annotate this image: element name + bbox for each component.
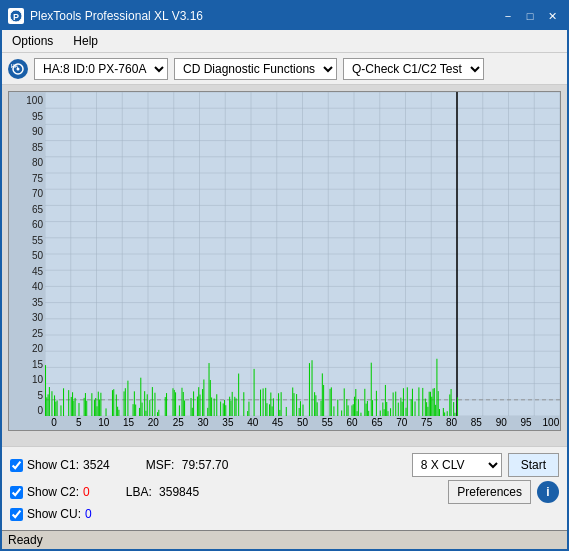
svg-rect-122 bbox=[216, 394, 217, 416]
x-label-50: 50 bbox=[293, 417, 311, 430]
prefs-controls: Preferences i bbox=[448, 480, 559, 504]
svg-rect-63 bbox=[72, 392, 73, 416]
svg-rect-155 bbox=[309, 363, 310, 416]
close-button[interactable]: ✕ bbox=[543, 8, 561, 24]
y-label-45: 45 bbox=[11, 267, 43, 277]
x-label-75: 75 bbox=[418, 417, 436, 430]
app-icon: P bbox=[8, 8, 24, 24]
x-label-30: 30 bbox=[194, 417, 212, 430]
svg-rect-91 bbox=[142, 403, 143, 416]
svg-rect-121 bbox=[214, 398, 215, 416]
cu-value: 0 bbox=[85, 507, 92, 521]
svg-rect-131 bbox=[236, 398, 237, 416]
title-bar-left: P PlexTools Professional XL V3.16 bbox=[8, 8, 203, 24]
svg-rect-54 bbox=[49, 387, 50, 416]
y-label-90: 90 bbox=[11, 127, 43, 137]
svg-rect-97 bbox=[154, 393, 155, 416]
y-label-50: 50 bbox=[11, 251, 43, 261]
y-label-35: 35 bbox=[11, 298, 43, 308]
svg-rect-153 bbox=[300, 401, 301, 416]
svg-rect-52 bbox=[46, 397, 47, 416]
svg-rect-77 bbox=[106, 408, 107, 416]
svg-rect-75 bbox=[99, 399, 100, 416]
svg-rect-107 bbox=[183, 392, 184, 416]
svg-rect-197 bbox=[403, 388, 404, 416]
svg-rect-94 bbox=[147, 394, 148, 416]
lba-value: 359845 bbox=[159, 485, 199, 499]
show-cu-checkbox[interactable] bbox=[10, 508, 23, 521]
y-label-40: 40 bbox=[11, 282, 43, 292]
svg-rect-170 bbox=[348, 405, 349, 416]
start-button[interactable]: Start bbox=[508, 453, 559, 477]
svg-rect-116 bbox=[203, 379, 204, 416]
x-label-10: 10 bbox=[95, 417, 113, 430]
svg-rect-158 bbox=[315, 395, 316, 416]
status-area: Show C1: 3524 MSF: 79:57.70 8 X CLV4 X C… bbox=[2, 446, 567, 530]
ready-bar: Ready bbox=[2, 530, 567, 549]
svg-rect-183 bbox=[372, 400, 373, 416]
chart-area: 100 95 90 85 80 75 70 65 60 55 50 45 40 … bbox=[2, 85, 567, 446]
show-c1-label: Show C1: bbox=[27, 458, 79, 472]
svg-rect-140 bbox=[266, 403, 267, 416]
x-label-65: 65 bbox=[368, 417, 386, 430]
svg-rect-187 bbox=[384, 409, 385, 416]
svg-rect-115 bbox=[202, 389, 203, 416]
svg-rect-110 bbox=[192, 408, 193, 416]
menu-options[interactable]: Options bbox=[6, 32, 59, 50]
x-label-20: 20 bbox=[144, 417, 162, 430]
svg-rect-207 bbox=[427, 407, 428, 416]
svg-rect-204 bbox=[422, 388, 423, 416]
x-label-35: 35 bbox=[219, 417, 237, 430]
svg-rect-154 bbox=[303, 405, 304, 416]
svg-rect-51 bbox=[45, 365, 46, 416]
info-button[interactable]: i bbox=[537, 481, 559, 503]
svg-rect-118 bbox=[209, 363, 210, 416]
svg-rect-152 bbox=[299, 408, 300, 416]
svg-text:HA: HA bbox=[11, 63, 19, 69]
x-label-55: 55 bbox=[318, 417, 336, 430]
minimize-button[interactable]: − bbox=[499, 8, 517, 24]
svg-rect-144 bbox=[273, 398, 274, 416]
svg-rect-79 bbox=[113, 389, 114, 416]
x-label-90: 90 bbox=[492, 417, 510, 430]
svg-rect-65 bbox=[75, 398, 76, 416]
svg-rect-111 bbox=[193, 391, 194, 416]
svg-rect-193 bbox=[395, 392, 396, 416]
menu-help[interactable]: Help bbox=[67, 32, 104, 50]
svg-rect-101 bbox=[166, 393, 167, 416]
svg-text:P: P bbox=[13, 12, 19, 22]
show-c2-checkbox[interactable] bbox=[10, 486, 23, 499]
show-c1-checkbox[interactable] bbox=[10, 459, 23, 472]
svg-rect-213 bbox=[435, 405, 436, 416]
svg-rect-139 bbox=[265, 388, 266, 416]
msf-value: 79:57.70 bbox=[182, 458, 229, 472]
test-selector[interactable]: Q-Check C1/C2 Test bbox=[343, 58, 484, 80]
svg-rect-74 bbox=[98, 392, 99, 416]
speed-selector[interactable]: 8 X CLV4 X CLV16 X CLVMax CLV bbox=[412, 453, 502, 477]
y-label-15: 15 bbox=[11, 360, 43, 370]
chart-svg bbox=[45, 92, 560, 416]
show-c1-group: Show C1: 3524 bbox=[10, 458, 110, 472]
svg-rect-125 bbox=[224, 400, 225, 416]
drive-selector[interactable]: HA:8 ID:0 PX-760A bbox=[34, 58, 168, 80]
svg-rect-145 bbox=[278, 393, 279, 416]
svg-rect-166 bbox=[337, 400, 338, 416]
function-selector[interactable]: CD Diagnostic Functions bbox=[174, 58, 337, 80]
show-cu-label: Show CU: bbox=[27, 507, 81, 521]
svg-rect-162 bbox=[323, 385, 324, 416]
x-label-85: 85 bbox=[467, 417, 485, 430]
preferences-button[interactable]: Preferences bbox=[448, 480, 531, 504]
svg-rect-200 bbox=[411, 399, 412, 416]
ready-text: Ready bbox=[8, 533, 43, 547]
svg-rect-73 bbox=[97, 406, 98, 416]
svg-rect-142 bbox=[270, 393, 271, 416]
svg-rect-61 bbox=[68, 390, 69, 416]
svg-rect-169 bbox=[346, 399, 347, 416]
svg-rect-172 bbox=[353, 404, 354, 416]
svg-rect-156 bbox=[312, 360, 313, 416]
svg-rect-56 bbox=[54, 395, 55, 416]
svg-rect-198 bbox=[406, 408, 407, 416]
svg-rect-214 bbox=[436, 359, 437, 416]
svg-rect-150 bbox=[293, 393, 294, 416]
maximize-button[interactable]: □ bbox=[521, 8, 539, 24]
